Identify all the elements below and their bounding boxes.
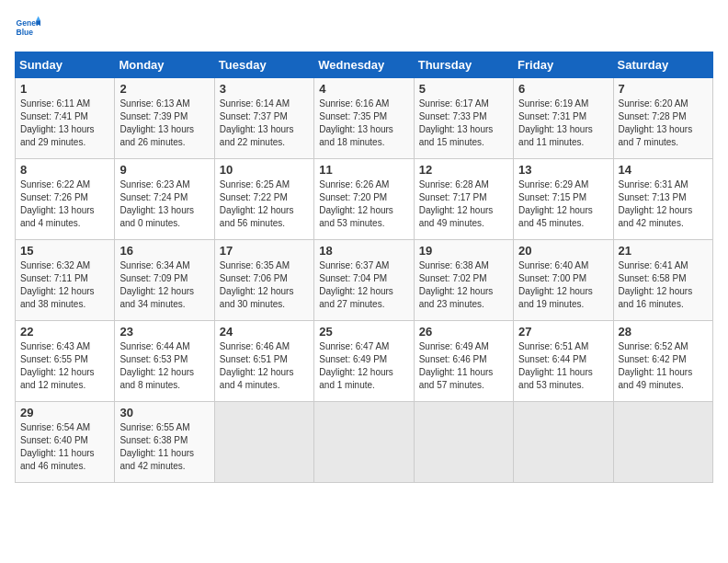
day-info: Sunrise: 6:55 AM Sunset: 6:38 PM Dayligh… (119, 421, 209, 473)
day-info: Sunrise: 6:41 AM Sunset: 6:58 PM Dayligh… (619, 259, 708, 311)
day-number: 30 (119, 406, 209, 419)
calendar-cell: 20Sunrise: 6:40 AM Sunset: 7:00 PM Dayli… (514, 240, 613, 321)
day-info: Sunrise: 6:46 AM Sunset: 6:51 PM Dayligh… (220, 340, 309, 392)
day-info: Sunrise: 6:49 AM Sunset: 6:46 PM Dayligh… (419, 340, 508, 392)
day-info: Sunrise: 6:31 AM Sunset: 7:13 PM Dayligh… (619, 178, 708, 230)
day-number: 25 (319, 325, 408, 339)
calendar-cell: 28Sunrise: 6:52 AM Sunset: 6:42 PM Dayli… (613, 321, 712, 402)
day-info: Sunrise: 6:54 AM Sunset: 6:40 PM Dayligh… (20, 421, 109, 473)
calendar-cell (214, 402, 313, 483)
day-number: 21 (619, 244, 708, 258)
calendar-cell (414, 402, 513, 483)
calendar-cell: 24Sunrise: 6:46 AM Sunset: 6:51 PM Dayli… (214, 321, 313, 402)
day-info: Sunrise: 6:44 AM Sunset: 6:53 PM Dayligh… (119, 340, 209, 392)
calendar-week-row: 29Sunrise: 6:54 AM Sunset: 6:40 PM Dayli… (16, 402, 713, 483)
calendar-cell: 13Sunrise: 6:29 AM Sunset: 7:15 PM Dayli… (514, 159, 613, 240)
day-info: Sunrise: 6:11 AM Sunset: 7:41 PM Dayligh… (20, 98, 109, 149)
calendar-cell: 21Sunrise: 6:41 AM Sunset: 6:58 PM Dayli… (613, 240, 712, 321)
day-number: 2 (119, 82, 209, 96)
calendar-body: 1Sunrise: 6:11 AM Sunset: 7:41 PM Daylig… (16, 78, 713, 483)
day-number: 6 (518, 82, 608, 96)
day-info: Sunrise: 6:52 AM Sunset: 6:42 PM Dayligh… (619, 340, 708, 392)
day-info: Sunrise: 6:37 AM Sunset: 7:04 PM Dayligh… (319, 259, 408, 311)
day-number: 12 (419, 163, 508, 177)
header-day-sunday: Sunday (16, 52, 115, 78)
day-number: 7 (619, 82, 708, 96)
day-number: 3 (220, 82, 309, 96)
day-number: 26 (419, 325, 508, 339)
calendar-cell: 8Sunrise: 6:22 AM Sunset: 7:26 PM Daylig… (16, 159, 115, 240)
calendar-cell (613, 402, 712, 483)
calendar-cell: 4Sunrise: 6:16 AM Sunset: 7:35 PM Daylig… (314, 78, 414, 159)
day-number: 19 (419, 244, 508, 258)
day-number: 29 (20, 406, 109, 419)
day-number: 23 (119, 325, 209, 339)
day-info: Sunrise: 6:23 AM Sunset: 7:24 PM Dayligh… (119, 178, 209, 230)
header-day-wednesday: Wednesday (314, 52, 414, 78)
calendar-week-row: 22Sunrise: 6:43 AM Sunset: 6:55 PM Dayli… (16, 321, 713, 402)
day-info: Sunrise: 6:38 AM Sunset: 7:02 PM Dayligh… (419, 259, 508, 311)
calendar-header: SundayMondayTuesdayWednesdayThursdayFrid… (16, 52, 713, 78)
calendar-cell: 9Sunrise: 6:23 AM Sunset: 7:24 PM Daylig… (115, 159, 214, 240)
calendar-cell: 12Sunrise: 6:28 AM Sunset: 7:17 PM Dayli… (414, 159, 513, 240)
day-number: 10 (220, 163, 309, 177)
calendar-cell: 18Sunrise: 6:37 AM Sunset: 7:04 PM Dayli… (314, 240, 414, 321)
day-info: Sunrise: 6:19 AM Sunset: 7:31 PM Dayligh… (518, 98, 608, 149)
calendar-cell: 7Sunrise: 6:20 AM Sunset: 7:28 PM Daylig… (613, 78, 712, 159)
calendar-cell: 17Sunrise: 6:35 AM Sunset: 7:06 PM Dayli… (214, 240, 313, 321)
header-day-saturday: Saturday (613, 52, 712, 78)
svg-marker-4 (36, 20, 40, 25)
calendar-cell: 25Sunrise: 6:47 AM Sunset: 6:49 PM Dayli… (314, 321, 414, 402)
calendar-cell: 5Sunrise: 6:17 AM Sunset: 7:33 PM Daylig… (414, 78, 513, 159)
day-info: Sunrise: 6:14 AM Sunset: 7:37 PM Dayligh… (220, 98, 309, 149)
day-number: 8 (20, 163, 109, 177)
day-info: Sunrise: 6:47 AM Sunset: 6:49 PM Dayligh… (319, 340, 408, 392)
day-number: 27 (518, 325, 608, 339)
day-info: Sunrise: 6:25 AM Sunset: 7:22 PM Dayligh… (220, 178, 309, 230)
calendar-cell: 19Sunrise: 6:38 AM Sunset: 7:02 PM Dayli… (414, 240, 513, 321)
calendar-cell (314, 402, 414, 483)
day-number: 9 (119, 163, 209, 177)
day-info: Sunrise: 6:17 AM Sunset: 7:33 PM Dayligh… (419, 98, 508, 149)
calendar-cell: 27Sunrise: 6:51 AM Sunset: 6:44 PM Dayli… (514, 321, 613, 402)
day-info: Sunrise: 6:28 AM Sunset: 7:17 PM Dayligh… (419, 178, 508, 230)
day-info: Sunrise: 6:51 AM Sunset: 6:44 PM Dayligh… (518, 340, 608, 392)
calendar-week-row: 15Sunrise: 6:32 AM Sunset: 7:11 PM Dayli… (16, 240, 713, 321)
day-number: 17 (220, 244, 309, 258)
calendar-cell: 26Sunrise: 6:49 AM Sunset: 6:46 PM Dayli… (414, 321, 513, 402)
day-info: Sunrise: 6:22 AM Sunset: 7:26 PM Dayligh… (20, 178, 109, 230)
calendar-cell: 14Sunrise: 6:31 AM Sunset: 7:13 PM Dayli… (613, 159, 712, 240)
calendar-cell: 30Sunrise: 6:55 AM Sunset: 6:38 PM Dayli… (115, 402, 214, 483)
header-row: SundayMondayTuesdayWednesdayThursdayFrid… (16, 52, 713, 78)
calendar-week-row: 8Sunrise: 6:22 AM Sunset: 7:26 PM Daylig… (16, 159, 713, 240)
calendar-cell: 29Sunrise: 6:54 AM Sunset: 6:40 PM Dayli… (16, 402, 115, 483)
day-number: 15 (20, 244, 109, 258)
logo: General Blue (15, 15, 44, 40)
day-number: 22 (20, 325, 109, 339)
day-info: Sunrise: 6:35 AM Sunset: 7:06 PM Dayligh… (220, 259, 309, 311)
calendar-cell: 3Sunrise: 6:14 AM Sunset: 7:37 PM Daylig… (214, 78, 313, 159)
day-number: 4 (319, 82, 408, 96)
day-number: 18 (319, 244, 408, 258)
calendar-cell: 11Sunrise: 6:26 AM Sunset: 7:20 PM Dayli… (314, 159, 414, 240)
calendar-week-row: 1Sunrise: 6:11 AM Sunset: 7:41 PM Daylig… (16, 78, 713, 159)
day-info: Sunrise: 6:43 AM Sunset: 6:55 PM Dayligh… (20, 340, 109, 392)
header-day-tuesday: Tuesday (214, 52, 313, 78)
day-info: Sunrise: 6:16 AM Sunset: 7:35 PM Dayligh… (319, 98, 408, 149)
day-info: Sunrise: 6:29 AM Sunset: 7:15 PM Dayligh… (518, 178, 608, 230)
calendar-table: SundayMondayTuesdayWednesdayThursdayFrid… (15, 52, 713, 483)
header-day-friday: Friday (514, 52, 613, 78)
day-info: Sunrise: 6:34 AM Sunset: 7:09 PM Dayligh… (119, 259, 209, 311)
day-info: Sunrise: 6:40 AM Sunset: 7:00 PM Dayligh… (518, 259, 608, 311)
day-info: Sunrise: 6:32 AM Sunset: 7:11 PM Dayligh… (20, 259, 109, 311)
day-info: Sunrise: 6:20 AM Sunset: 7:28 PM Dayligh… (619, 98, 708, 149)
calendar-cell: 22Sunrise: 6:43 AM Sunset: 6:55 PM Dayli… (16, 321, 115, 402)
calendar-cell: 1Sunrise: 6:11 AM Sunset: 7:41 PM Daylig… (16, 78, 115, 159)
header-day-monday: Monday (115, 52, 214, 78)
calendar-cell: 23Sunrise: 6:44 AM Sunset: 6:53 PM Dayli… (115, 321, 214, 402)
day-number: 5 (419, 82, 508, 96)
calendar-cell: 10Sunrise: 6:25 AM Sunset: 7:22 PM Dayli… (214, 159, 313, 240)
header-day-thursday: Thursday (414, 52, 513, 78)
day-number: 28 (619, 325, 708, 339)
day-info: Sunrise: 6:26 AM Sunset: 7:20 PM Dayligh… (319, 178, 408, 230)
